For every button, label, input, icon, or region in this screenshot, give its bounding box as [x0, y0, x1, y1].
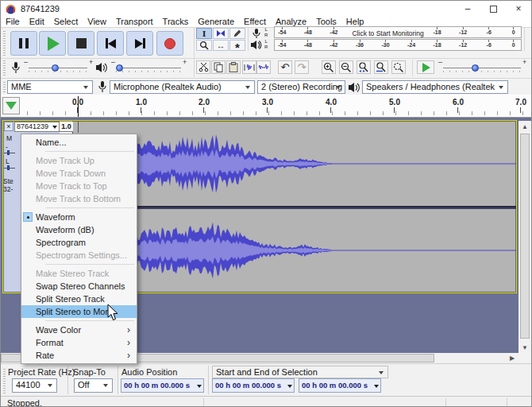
project-rate-select[interactable]: 44100	[12, 378, 57, 393]
menu-bar-item[interactable]: Edit	[25, 17, 49, 27]
pause-button[interactable]	[10, 31, 37, 56]
menu-bar-item[interactable]: View	[83, 17, 111, 27]
gain-slider-track[interactable]	[4, 153, 15, 153]
menu-item[interactable]: Move Track Down	[21, 167, 137, 180]
scroll-down-icon[interactable]: ▼	[519, 342, 531, 353]
paste-button[interactable]	[226, 60, 241, 74]
recording-meter[interactable]: Click to Start Monitoring -54-48-42-18-1…	[274, 26, 522, 38]
menu-item[interactable]: Waveform	[21, 211, 137, 223]
menu-item[interactable]: Rate ›	[21, 349, 137, 362]
playback-device-select[interactable]: Speakers / Headphones (Realtek	[362, 80, 508, 94]
minimize-button[interactable]: –	[455, 1, 480, 17]
audio-position-field[interactable]: 00 h 00 m 00.000 s	[121, 378, 204, 393]
menu-item[interactable]: Move Track to Bottom	[21, 192, 137, 205]
toolbar-grip[interactable]	[3, 29, 6, 56]
vertical-scrollbar[interactable]: ▲ ▼	[519, 121, 531, 353]
menu-item[interactable]: Move Track Up	[21, 154, 137, 167]
draw-tool-button[interactable]	[229, 28, 245, 39]
menu-item[interactable]: Wave Color ›	[21, 324, 137, 336]
track-close-button[interactable]: ×	[4, 122, 13, 131]
play-at-speed-button[interactable]	[417, 60, 434, 74]
slider-thumb[interactable]	[52, 64, 59, 72]
timeline-ruler[interactable]: 0.01.02.03.04.05.06.07.0	[1, 95, 532, 118]
menu-item[interactable]: Split Stereo Track	[21, 293, 137, 305]
zoom-tool-button[interactable]	[196, 40, 212, 51]
skip-to-end-button[interactable]	[126, 31, 153, 56]
play-button[interactable]	[39, 31, 66, 56]
mute-button-fragment[interactable]: M	[6, 135, 12, 142]
selection-end-field[interactable]: 00 h 00 m 00.000 s	[299, 378, 381, 393]
waveform-channel-left[interactable]	[73, 122, 516, 206]
menu-item[interactable]	[45, 264, 134, 265]
track-name-dropdown[interactable]: 87641239	[14, 122, 60, 132]
menu-item[interactable]: Spectrogram Settings...	[21, 249, 137, 262]
meter-tick: -54	[278, 27, 286, 36]
recording-device-select[interactable]: Microphone (Realtek Audio)	[110, 80, 255, 94]
playback-volume-slider[interactable]	[116, 64, 181, 72]
menu-item[interactable]: Name...	[21, 136, 137, 149]
menu-item[interactable]: Split Stereo to Mono	[21, 305, 137, 318]
menu-item[interactable]: Spectrogram	[21, 236, 137, 249]
toolbar-grip[interactable]	[3, 60, 6, 76]
trim-audio-button[interactable]	[242, 60, 256, 74]
recording-channels-select[interactable]: 2 (Stereo) Recording Chan	[257, 80, 345, 94]
menu-item[interactable]: Format ›	[21, 336, 137, 349]
menu-item[interactable]: Move Track to Top	[21, 180, 137, 192]
zoom-out-button[interactable]	[339, 60, 353, 74]
time-shift-tool-button[interactable]: ↔	[213, 40, 229, 51]
scroll-right-icon[interactable]: ▶	[507, 353, 518, 363]
snap-to-select[interactable]: Off	[74, 378, 113, 393]
selection-mode-select[interactable]: Start and End of Selection	[212, 366, 388, 378]
menu-item[interactable]: Make Stereo Track	[21, 267, 137, 280]
selection-tool-button[interactable]: I	[196, 28, 212, 39]
slider-thumb[interactable]	[472, 64, 479, 72]
monitor-text[interactable]: Click to Start Monitoring	[352, 29, 423, 37]
gain-slider-thumb[interactable]	[7, 150, 10, 155]
playback-speed-slider[interactable]	[443, 64, 521, 72]
menu-bar-item[interactable]: Effect	[239, 17, 271, 27]
fit-selection-button[interactable]	[357, 60, 371, 74]
play-meter-speaker-icon[interactable]	[250, 40, 262, 50]
stop-button[interactable]	[67, 31, 94, 56]
menu-item[interactable]	[45, 151, 134, 152]
close-button[interactable]: ×	[506, 1, 531, 17]
zoom-in-button[interactable]	[322, 60, 336, 74]
redo-button[interactable]: ↷	[295, 60, 309, 74]
selection-start-field[interactable]: 00 h 00 m 00.000 s	[212, 378, 295, 393]
copy-button[interactable]	[211, 60, 226, 74]
silence-audio-button[interactable]	[256, 60, 271, 74]
menu-bar-item[interactable]: Tracks	[158, 17, 194, 27]
quick-play-button[interactable]	[2, 97, 20, 114]
record-meter-mic-icon[interactable]	[251, 28, 262, 39]
maximize-button[interactable]	[480, 1, 506, 17]
scroll-up-icon[interactable]: ▲	[519, 121, 531, 132]
multi-tool-button[interactable]: *	[229, 40, 245, 51]
record-button[interactable]	[156, 31, 183, 56]
vertical-scrollbar-thumb[interactable]	[520, 134, 530, 339]
pan-slider-track[interactable]	[4, 168, 15, 169]
zoom-toggle-button[interactable]	[391, 60, 406, 74]
menu-bar-item[interactable]: File	[1, 17, 25, 27]
menu-bar-item[interactable]: Generate	[193, 17, 239, 27]
cut-button[interactable]	[196, 60, 210, 74]
audio-host-select[interactable]: MME	[7, 80, 93, 94]
playback-meter[interactable]: -54-48-42-36-30-24-18-12-60	[274, 39, 522, 51]
menu-item[interactable]: Swap Stereo Channels	[21, 280, 137, 293]
toolbar-grip[interactable]	[3, 368, 6, 393]
menu-item[interactable]	[45, 207, 134, 208]
menu-item[interactable]: Waveform (dB)	[21, 223, 137, 236]
toolbar-grip[interactable]	[3, 80, 6, 92]
envelope-tool-button[interactable]	[213, 28, 229, 39]
menu-bar-item[interactable]: Transport	[111, 17, 158, 27]
fit-project-button[interactable]	[374, 60, 388, 74]
undo-button[interactable]: ↶	[278, 60, 292, 74]
slider-thumb[interactable]	[116, 64, 123, 72]
recording-volume-slider[interactable]	[29, 64, 87, 72]
meter-tick: -42	[330, 40, 337, 48]
pan-slider-fragment[interactable]: L	[6, 158, 10, 165]
skip-to-start-button[interactable]	[97, 31, 124, 56]
pan-slider-thumb[interactable]	[7, 165, 10, 170]
menu-bar-item[interactable]: Select	[49, 17, 83, 27]
waveform-channel-right[interactable]	[73, 209, 516, 292]
menu-item[interactable]	[45, 320, 134, 321]
